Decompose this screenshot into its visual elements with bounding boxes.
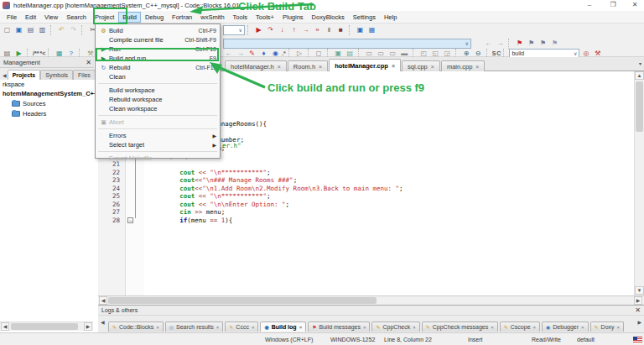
tab-close-icon[interactable]: × xyxy=(475,64,479,70)
step-into-icon[interactable]: ↓ xyxy=(277,25,288,35)
pause-icon[interactable]: ‖ xyxy=(324,25,335,35)
step-over-icon[interactable]: ↷ xyxy=(265,25,276,35)
menubar-item-file[interactable]: File xyxy=(3,12,21,23)
save-icon[interactable]: ▤ xyxy=(25,25,36,35)
menubar-item-fortran[interactable]: Fortran xyxy=(168,12,196,23)
scroll-left-icon[interactable]: ◀ xyxy=(99,296,107,305)
editor-hscrollbar[interactable]: ◀ ▶ xyxy=(98,295,644,305)
build-menu-item-clean-workspace[interactable]: Clean workspace xyxy=(96,104,220,113)
editor-tab-room-h[interactable]: Room.h× xyxy=(288,60,328,72)
bookmark-icon[interactable]: ⚑ xyxy=(514,39,525,49)
menubar-item-plugins[interactable]: Plugins xyxy=(278,12,308,23)
next-instruction-icon[interactable]: → xyxy=(300,25,311,35)
scroll-thumb[interactable] xyxy=(11,323,78,330)
open-file-icon[interactable]: ▣ xyxy=(13,25,24,35)
editor-tab-main-cpp[interactable]: main.cpp× xyxy=(441,60,486,72)
logs-tab-build-messages[interactable]: ⚑Build messages× xyxy=(308,321,370,332)
build-menu-item-compile-current-file[interactable]: Compile current fileCtrl-Shift-F9 xyxy=(96,35,220,44)
build-menu-item-build-workspace[interactable]: Build workspace xyxy=(96,86,220,95)
menubar-item-doxyblocks[interactable]: DoxyBlocks xyxy=(308,12,349,23)
debug-window-icon[interactable]: ▣ xyxy=(355,25,366,35)
scroll-thumb[interactable] xyxy=(108,297,377,304)
menubar-item-search[interactable]: Search xyxy=(62,12,91,23)
logs-tab-doxy[interactable]: ✎Doxy× xyxy=(590,321,625,332)
tab-close-icon[interactable]: × xyxy=(363,325,366,330)
logs-scroll-right-icon[interactable]: ▶ xyxy=(637,319,641,325)
management-close-icon[interactable]: ✕ xyxy=(86,59,91,66)
tab-close-icon[interactable]: × xyxy=(413,325,416,330)
tab-close-icon[interactable]: × xyxy=(491,325,494,330)
back-icon[interactable]: ← xyxy=(483,39,494,49)
logs-tab-cccc[interactable]: ✎Cccc× xyxy=(225,321,258,332)
tabs-scroll-left-icon[interactable]: ◀ xyxy=(2,72,8,80)
tab-close-icon[interactable]: × xyxy=(431,64,434,70)
debug-run-icon[interactable]: ▶ xyxy=(253,25,264,35)
new-file-icon[interactable]: ▢ xyxy=(2,25,13,35)
editor-vscrollbar[interactable]: ▲ ▼ xyxy=(634,71,644,295)
build-menu-item-rebuild-workspace[interactable]: Rebuild workspace xyxy=(96,95,220,104)
tab-close-icon[interactable]: × xyxy=(156,325,159,330)
tab-list-icon[interactable]: ▾ xyxy=(639,60,641,66)
scroll-down-icon[interactable]: ▼ xyxy=(635,286,644,295)
build-menu-item-clean[interactable]: Clean xyxy=(96,72,220,81)
menubar-item-tools[interactable]: Tools+ xyxy=(252,12,278,23)
build-target-combo[interactable]: ∨ xyxy=(223,25,245,35)
step-out-icon[interactable]: ↑ xyxy=(288,25,299,35)
stop-debug-icon[interactable]: ■ xyxy=(335,25,346,35)
scroll-right-icon[interactable]: ▶ xyxy=(634,296,642,305)
logs-tab-debugger[interactable]: ◉Debugger× xyxy=(542,321,589,332)
debug-info-icon[interactable]: ▦ xyxy=(366,25,377,35)
tab-close-icon[interactable]: × xyxy=(533,325,537,330)
logs-tab-cppcheck-messages[interactable]: ✎CppCheck messages× xyxy=(422,321,498,332)
menubar-item-wxsmith[interactable]: wxSmith xyxy=(196,12,228,23)
editor-tab-sql-cpp[interactable]: sql.cpp× xyxy=(402,60,440,72)
logs-close-icon[interactable]: ✕ xyxy=(635,306,641,314)
build-menu-item-select-target[interactable]: Select target▶ xyxy=(96,140,220,149)
chevron-down-icon[interactable]: ∨ xyxy=(574,50,577,56)
management-tab-symbols[interactable]: Symbols xyxy=(40,70,73,80)
scroll-left-icon[interactable]: ◀ xyxy=(1,322,9,331)
logs-tab-cppcheck[interactable]: ✎CppCheck× xyxy=(371,321,419,332)
logs-tab-code-blocks[interactable]: ✎Code::Blocks× xyxy=(108,321,164,332)
management-tab-files[interactable]: Files xyxy=(73,70,96,80)
build-menu-item-errors[interactable]: Errors▶ xyxy=(96,131,220,140)
undo-icon[interactable]: ↶ xyxy=(56,25,67,35)
logs-tab-search-results[interactable]: ◎Search results× xyxy=(165,321,224,332)
build-menu-item-build[interactable]: ⚙BuildCtrl-F9 xyxy=(96,26,220,35)
menubar-item-view[interactable]: View xyxy=(40,12,62,23)
scroll-thumb[interactable] xyxy=(636,81,643,132)
tab-close-icon[interactable]: × xyxy=(252,325,255,330)
management-tab-projects[interactable]: Projects xyxy=(8,70,41,80)
logs-scroll-left-icon[interactable]: ◀ xyxy=(101,319,105,325)
tab-close-icon[interactable]: × xyxy=(617,325,621,330)
logs-tab-build-log[interactable]: ◉Build log× xyxy=(260,321,306,332)
menubar-item-settings[interactable]: Settings xyxy=(349,12,380,23)
step-instruction-icon[interactable]: » xyxy=(312,25,323,35)
prev-bookmark-icon[interactable]: ⚑ xyxy=(526,39,537,49)
tab-close-icon[interactable]: × xyxy=(392,63,395,69)
tab-close-icon[interactable]: × xyxy=(278,64,281,70)
menubar-item-edit[interactable]: Edit xyxy=(21,12,40,23)
tab-close-icon[interactable]: × xyxy=(216,325,220,330)
clear-bookmarks-icon[interactable]: ⚑ xyxy=(549,39,560,49)
logs-tab-cscope[interactable]: ✎Cscope× xyxy=(500,321,540,332)
menubar-item-tools[interactable]: Tools xyxy=(229,12,252,23)
tab-close-icon[interactable]: × xyxy=(299,325,303,330)
tree-item-hotemmanagementsystem-c-m[interactable]: hotemManagementSystem_C++_m xyxy=(3,90,106,97)
maximize-button[interactable]: ❐ xyxy=(605,1,621,9)
scroll-up-icon[interactable]: ▲ xyxy=(635,71,644,80)
save-all-icon[interactable]: ▥ xyxy=(37,25,48,35)
close-button[interactable]: ✕ xyxy=(627,1,642,9)
tab-close-icon[interactable]: × xyxy=(319,64,322,70)
next-bookmark-icon[interactable]: ⚑ xyxy=(538,39,548,49)
scroll-right-icon[interactable]: ▶ xyxy=(84,322,92,331)
tree-item-sources[interactable]: Sources xyxy=(12,100,46,107)
minimize-button[interactable]: – xyxy=(582,1,597,9)
forward-icon[interactable]: → xyxy=(495,39,506,49)
incremental-search-combo[interactable]: ∨ xyxy=(223,39,471,49)
redo-icon[interactable]: ↷ xyxy=(68,25,79,35)
editor-tab-hotelmanager-cpp[interactable]: hotelManager.cpp× xyxy=(329,59,401,72)
chevron-down-icon[interactable]: ∨ xyxy=(239,27,242,33)
management-hscrollbar[interactable]: ◀ ▶ xyxy=(0,321,93,331)
tree-item-headers[interactable]: Headers xyxy=(12,110,46,118)
